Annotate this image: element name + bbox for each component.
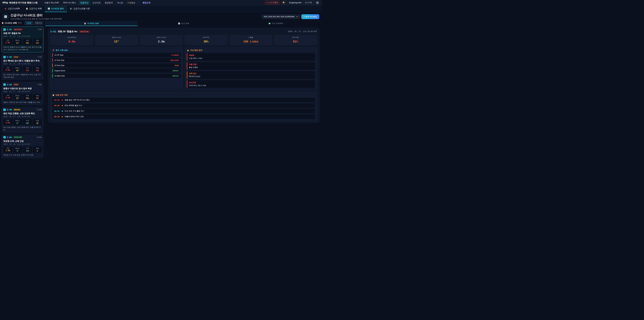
scenario-datetime: 2024. 10. 27. 오후 10:30 KST <box>3 116 42 118</box>
page-header: 긴급구난 시나리오 관리 시간 단계별 시나리오 비교·검토 및 구난 의사결정… <box>0 12 322 21</box>
nav-item-hns[interactable]: HNS·대기확산 <box>61 1 78 5</box>
incident-status-badge: 사고 진행중 <box>265 1 280 5</box>
detail-scenario-id: S-01 <box>50 30 56 33</box>
scenario-id: S-05 <box>7 136 12 139</box>
rescue-assessment-panel: 구난 판단 요약 복원력 위험 (GM < 1.0m) 유출 위험 활발 유출중 <box>185 47 317 90</box>
metric-gm: GM1.2m <box>3 147 12 153</box>
tab-rescue-list[interactable]: 긴급구난 목록 <box>23 6 45 12</box>
scenario-metrics: GM1.2m 횡경사3° 부력75% 유출5 <box>3 147 42 153</box>
nav-item-weather[interactable]: 기상정보 <box>125 1 137 5</box>
metric-spill-rate: 유출률 100 L/min <box>229 35 272 45</box>
tab-rescue-model-theory[interactable]: 긴급구난모델 이론 <box>67 6 93 12</box>
time-offset: T+0h <box>38 29 42 30</box>
scenario-checkbox[interactable]: ✓ <box>3 83 6 86</box>
response-history-panel: 대응 조치 이력 10:30 충돌 발생, VHF Ch.16 조난 통보 10… <box>50 92 317 121</box>
scenario-detail-panel: S-01 좌현 35° 충돌로 No CRITICAL 2024. 10. 27… <box>48 28 319 123</box>
scenario-card-s02[interactable]: ✓ S-02 HIGH T+2h 침수 확대로 경사 증가, 유출량 증가 추세… <box>2 54 44 80</box>
logo-mark: Wing <box>2 1 8 4</box>
timeline-dot-icon <box>62 116 63 117</box>
scenario-card-s03[interactable]: ✓ S-03 HIGH T+6h 평형수 이동으로 경사 일부 복원 2024.… <box>2 82 44 105</box>
metric-gm: GM0.8m <box>3 39 12 45</box>
page-subtitle: 시간 단계별 시나리오 비교·검토 및 구난 의사결정 지원 (SFR-009) <box>10 18 62 20</box>
metric-spill: 유출80 <box>33 94 42 100</box>
scenario-description: 목포항 도착, 선체 안정. 잔류유 이적 완료. <box>3 154 42 156</box>
primary-nav: 유출유 확산예측 HNS·대기확산 긴급구난 보고자료 항공탐색 게시판 기상정… <box>42 1 152 5</box>
scenario-checkbox[interactable]: ✓ <box>3 28 6 31</box>
compartment-row: #2 Port Tank RISK <box>52 64 180 68</box>
scenario-metrics: GM0.6m 횡경사18° 부력25% 유출150 <box>3 66 42 72</box>
new-scenario-button[interactable]: + 신규 시나리오 <box>301 14 319 19</box>
nav-item-aerial-search[interactable]: 항공탐색 <box>103 1 114 5</box>
bar-chart-icon <box>4 15 7 18</box>
menu-button[interactable] <box>315 1 320 5</box>
hamburger-icon <box>316 2 318 4</box>
sidebar-title: 시나리오 목록 <box>5 22 17 24</box>
incident-status-label: 사고 진행중 <box>269 2 278 4</box>
clipboard-icon <box>2 22 4 24</box>
metric-spill: 유출30 <box>33 119 42 125</box>
scenario-checkbox[interactable]: ✓ <box>3 109 6 111</box>
compartment-status: FLOODED <box>172 54 179 56</box>
main-area: 시나리오 상세 비교 차트 지도 오버레이 S-01 좌현 35° 충돌로 No… <box>45 21 322 160</box>
status-dot-icon <box>267 2 268 3</box>
sort-by-risk-button[interactable]: 위험도순 <box>34 21 44 25</box>
tab-comparison-chart[interactable]: 비교 차트 <box>138 21 230 26</box>
nav-item-integrated-search[interactable]: 통합조회 <box>140 1 152 5</box>
flooding-compartment-panel: 침수 구획 상태 #1 FP Tank FLOODED #1 Port Tank… <box>50 47 183 90</box>
page-heading-group: 긴급구난 시나리오 관리 시간 단계별 시나리오 비교·검토 및 구난 의사결정… <box>10 13 62 20</box>
scenario-description: 좌현 35° 충돌로 No.1P 화물탱크 파공, 벙커C유 유출 개시. 좌현… <box>3 46 42 51</box>
scenario-title: 목포항 도착, 선체 안정 <box>3 140 42 143</box>
bar-chart-icon <box>48 8 50 10</box>
page-icon <box>3 14 8 20</box>
incident-select[interactable]: RSC-2026-001·M/V SEA GUARDIAN <box>262 15 300 19</box>
tab-map-overlay[interactable]: 지도 오버레이 <box>230 21 322 26</box>
metric-list: 횡경사18° <box>13 66 22 72</box>
severity-badge: HIGH <box>13 56 19 58</box>
scenario-description: 침수 확대로 경사 증가, 유출량 증가 추세. 긴급 이초 작업 검토 필요. <box>3 74 42 78</box>
history-time: 10:35 <box>54 105 60 107</box>
scenario-title: 평형수 이동으로 경사 일부 복원 <box>3 87 42 90</box>
nav-item-board[interactable]: 게시판 <box>115 1 125 5</box>
sort-by-time-button[interactable]: 시간순 <box>25 21 33 25</box>
scenario-detail-view: S-01 좌현 35° 충돌로 No CRITICAL 2024. 10. 27… <box>45 26 322 125</box>
time-offset: T+2h <box>38 56 42 58</box>
timeline-dot-icon <box>62 100 63 101</box>
metric-residual-buoyancy: 잔존부력 30% <box>184 35 228 45</box>
compartment-list: #1 FP Tank FLOODED #1 Port Tank BREACHED… <box>52 53 180 78</box>
scenario-card-s04[interactable]: ✓ S-04 MEDIUM T+12h 예인 작업 진행중, 선체 안정화 확인… <box>2 107 44 133</box>
tab-label: 긴급구난모델 이론 <box>73 7 90 10</box>
books-icon <box>70 8 72 10</box>
nav-item-oil-spill[interactable]: 유출유 확산예측 <box>42 1 61 5</box>
tab-rescue-prediction[interactable]: 긴급구난예측 <box>1 6 23 12</box>
scenario-checkbox[interactable]: ✓ <box>3 56 6 58</box>
scenario-description: 평형수 이동으로 경사 일부 복원. 유출률 감소 추세. <box>3 101 42 104</box>
tab-label: 긴급구난 목록 <box>29 7 42 10</box>
metric-trim: 종경사 (Trim) 2.5m <box>140 35 183 45</box>
scenario-card-s05[interactable]: ✓ S-05 RESOLVED T+24h 목포항 도착, 선체 안정 2024… <box>2 134 44 158</box>
logout-button[interactable]: 로그아웃 <box>303 1 314 5</box>
tab-scenario-management[interactable]: 시나리오 관리 <box>45 6 67 12</box>
nav-item-reports[interactable]: 보고자료 <box>90 1 102 5</box>
notifications-button[interactable] <box>282 1 286 5</box>
metric-buoyancy: 부력35% <box>23 94 32 100</box>
tab-label: 비교 차트 <box>181 22 189 25</box>
scenario-checkbox[interactable]: ✓ <box>3 136 6 138</box>
metric-list: 횡경사8° <box>13 119 22 125</box>
detail-header: S-01 좌현 35° 충돌로 No CRITICAL 2024. 10. 27… <box>50 30 317 33</box>
assessment-panel-title: 구난 판단 요약 <box>187 49 315 52</box>
module-tabs: 긴급구난예측 긴급구난 목록 시나리오 관리 긴급구난모델 이론 <box>0 6 322 12</box>
scenario-title: 예인 작업 진행중, 선체 안정화 확인 <box>3 112 42 115</box>
scenario-card-s01[interactable]: ✓ S-01 CRITICAL T+0h 좌현 35° 충돌로 No 2024.… <box>2 27 44 53</box>
tab-scenario-detail[interactable]: 시나리오 상세 <box>45 21 138 26</box>
page-title: 긴급구난 시나리오 관리 <box>10 13 62 17</box>
incident-select-value: RSC-2026-001·M/V SEA GUARDIAN <box>264 16 294 18</box>
detail-scenario-title: 좌현 35° 충돌로 No <box>58 30 77 33</box>
scenario-description: 예인 작업 진행중, 선체 안정화 확인. 유출 대부분 차단. <box>3 126 42 131</box>
timeline-dot-icon <box>62 105 63 106</box>
history-time: 10:30 <box>54 99 60 101</box>
metric-gm: GM (복원성) 0.8m <box>50 35 94 45</box>
scenario-metrics: GM0.6m 횡경사8° 부력50% 유출30 <box>3 119 42 125</box>
topnav-right: 사고 진행중 Eunjeong Kim 로그아웃 <box>265 1 320 5</box>
nav-item-emergency-rescue[interactable]: 긴급구난 <box>78 1 90 5</box>
scenario-id: S-01 <box>7 28 12 31</box>
